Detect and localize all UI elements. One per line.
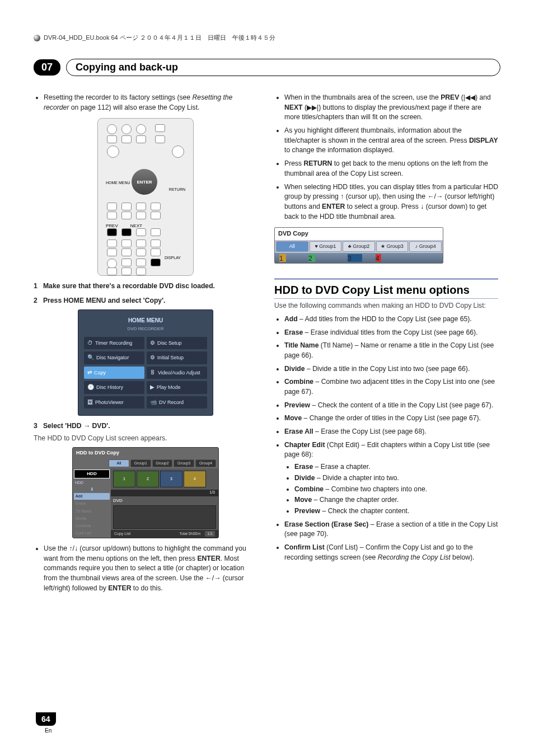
dc-tab-group4[interactable]: ♪ Group4: [409, 241, 442, 252]
dvd-copy-title: DVD Copy: [275, 228, 443, 240]
cl-tab-all[interactable]: All: [109, 459, 129, 467]
hm-label: Copy: [94, 369, 106, 377]
dc-tab-group3[interactable]: ★ Group3: [376, 241, 409, 252]
dc-tab-all[interactable]: All: [276, 241, 308, 252]
bullet-hdd-group: When selecting HDD titles, you can displ…: [284, 182, 498, 222]
hm-label: Disc Setup: [157, 340, 182, 347]
bullet-return: Press RETURN to get back to the menu opt…: [284, 159, 498, 179]
cl-footer-left: Copy List: [114, 531, 130, 537]
hm-label: DV Record: [159, 399, 184, 406]
hm-item-disc-navigator[interactable]: 🔍Disc Navigator: [84, 351, 144, 364]
dc-strip: 1 2 3 4: [275, 253, 443, 263]
hm-item-video-audio-adjust[interactable]: 🎚Video/Audio Adjust: [147, 367, 207, 379]
options-list: Add – Add titles from the HDD to the Cop…: [274, 314, 498, 562]
cl-opt-divide[interactable]: Divide: [74, 515, 110, 522]
page-number: 64: [36, 712, 56, 726]
chapter-title: Copying and back-up: [76, 62, 178, 73]
hm-item-photoviewer[interactable]: 🖼PhotoViewer: [84, 396, 144, 409]
opt-divide: Divide – Divide a title in the Copy List…: [284, 364, 498, 374]
hm-item-initial-setup[interactable]: ⚙Initial Setup: [147, 351, 207, 364]
ce-erase: Erase – Erase a chapter.: [294, 462, 498, 472]
hm-label: Timer Recording: [95, 340, 132, 347]
hm-label: Disc History: [96, 384, 123, 391]
hm-item-copy[interactable]: ⇄Copy: [84, 367, 144, 379]
opt-erase: Erase – Erase individual titles from the…: [284, 328, 498, 338]
hm-label: Play Mode: [157, 384, 181, 391]
hm-label: Initial Setup: [157, 354, 184, 361]
bullet-display: As you highlight different thumbnails, i…: [284, 126, 498, 156]
cl-opt-ttlname[interactable]: Ttl Name: [74, 508, 110, 515]
hm-item-dv-record[interactable]: 📹DV Record: [147, 396, 207, 409]
reset-bullet-list: Resetting the recorder to its factory se…: [34, 93, 257, 112]
home-menu-subtitle: DVD RECORDER: [84, 326, 207, 332]
step-3: 3 Select 'HDD → DVD'.: [34, 421, 257, 431]
section-lead: Use the following commands when making a…: [274, 301, 498, 311]
cl-thumb-1[interactable]: 1: [113, 471, 135, 487]
step2-num: 2: [34, 297, 38, 304]
cl-tab-group4[interactable]: Group4: [195, 459, 216, 467]
reset-bullet: Resetting the recorder to its factory se…: [44, 93, 257, 112]
hm-label: Video/Audio Adjust: [158, 369, 200, 377]
header-text: DVR-04_HDD_EU.book 64 ページ ２００４年４月１１日 日曜日…: [44, 34, 275, 42]
dc-tab-group1[interactable]: ♥ Group1: [310, 241, 342, 252]
dvd-copy-screenshot: DVD Copy All ♥ Group1 ♣ Group2 ★ Group3 …: [274, 227, 443, 264]
chapter-header: 07 Copying and back-up: [34, 59, 500, 76]
cl-thumb-2[interactable]: 2: [137, 471, 159, 487]
home-menu-label: HOME MENU: [106, 180, 130, 186]
reset-text-c: on page 112) will also erase the Copy Li…: [69, 104, 199, 111]
ce-divide: Divide – Divide a chapter into two.: [294, 473, 498, 483]
use-bullet-list: Use the ↑/↓ (cursor up/down) buttons to …: [34, 544, 257, 593]
dc-tab-label: Group2: [353, 243, 369, 249]
dc-tab-label: Group3: [387, 243, 404, 249]
opt-confirm-list: Confirm List (Conf List) – Confirm the C…: [284, 543, 498, 562]
copy-list-title: HDD to DVD Copy: [73, 448, 218, 458]
cl-lower-area: [113, 505, 216, 529]
home-menu-title: HOME MENU: [84, 317, 207, 325]
hm-label: PhotoViewer: [95, 399, 124, 406]
right-column: When in the thumbnails area of the scree…: [274, 93, 498, 599]
copy-list-screenshot: HDD to DVD Copy All Group1 Group2 Group3…: [72, 447, 219, 538]
section-title: HDD to DVD Copy List menu options: [274, 278, 498, 299]
reset-text-a: Resetting the recorder to its factory se…: [44, 93, 193, 101]
cl-thumb-counter: 1/3: [111, 490, 218, 496]
use-bullet: Use the ↑/↓ (cursor up/down) buttons to …: [44, 544, 257, 593]
step3-num: 3: [34, 422, 38, 430]
left-column: Resetting the recorder to its factory se…: [34, 93, 257, 599]
chapter-edit-sublist: Erase – Erase a chapter. Divide – Divide…: [284, 462, 498, 516]
top-bullets: When in the thumbnails area of the scree…: [274, 93, 498, 222]
hm-item-disc-history[interactable]: 🕘Disc History: [84, 381, 144, 394]
hm-item-disc-setup[interactable]: ⚙Disc Setup: [147, 337, 207, 350]
step1-title: Make sure that there's a recordable DVD …: [43, 282, 215, 290]
cl-opt-erase[interactable]: Erase: [74, 500, 110, 507]
step-1: 1 Make sure that there's a recordable DV…: [34, 281, 257, 292]
cl-opt-conflist[interactable]: Conf List: [74, 530, 110, 537]
chapter-title-wrap: Copying and back-up: [66, 59, 500, 76]
step3-body: The HDD to DVD Copy List screen appears.: [34, 434, 257, 444]
step3-title: Select 'HDD → DVD'.: [43, 422, 110, 430]
cl-thumb-4[interactable]: 4: [184, 471, 206, 487]
hm-item-timer-recording[interactable]: ⏱Timer Recording: [84, 337, 144, 350]
cl-footer-right: 1/1: [205, 531, 215, 537]
opt-combine: Combine – Combine two adjacent titles in…: [284, 377, 498, 397]
cl-opt-combine[interactable]: Combine: [74, 523, 110, 529]
step-2: 2 Press HOME MENU and select 'Copy'.: [34, 296, 257, 306]
chapter-number: 07: [34, 59, 60, 76]
hdd-sub: HDD: [74, 480, 110, 486]
step1-num: 1: [34, 282, 38, 290]
hm-item-play-mode[interactable]: ▶Play Mode: [147, 381, 207, 394]
remote-control-illustration: ENTER HOME MENU RETURN PREV NEXT DISPLAY: [97, 118, 194, 276]
ce-preview: Preview – Check the chapter content.: [294, 506, 498, 516]
opt-move: Move – Change the order of titles in the…: [284, 414, 498, 424]
cl-tab-group3[interactable]: Group3: [174, 459, 194, 467]
dvd-badge: DVD: [113, 497, 135, 504]
cl-tab-group1[interactable]: Group1: [130, 459, 151, 467]
dc-tab-label: Group1: [319, 243, 336, 249]
dc-tab-group2[interactable]: ♣ Group2: [343, 241, 375, 252]
home-menu-screenshot: HOME MENU DVD RECORDER ⏱Timer Recording …: [78, 309, 213, 416]
cl-footer-total: Total 0h00m: [179, 531, 200, 537]
cl-tab-group2[interactable]: Group2: [152, 459, 173, 467]
cl-opt-add[interactable]: Add: [74, 493, 110, 500]
display-label: DISPLAY: [165, 255, 181, 261]
cl-thumb-3[interactable]: 3: [160, 471, 182, 487]
enter-button: ENTER: [132, 169, 157, 195]
